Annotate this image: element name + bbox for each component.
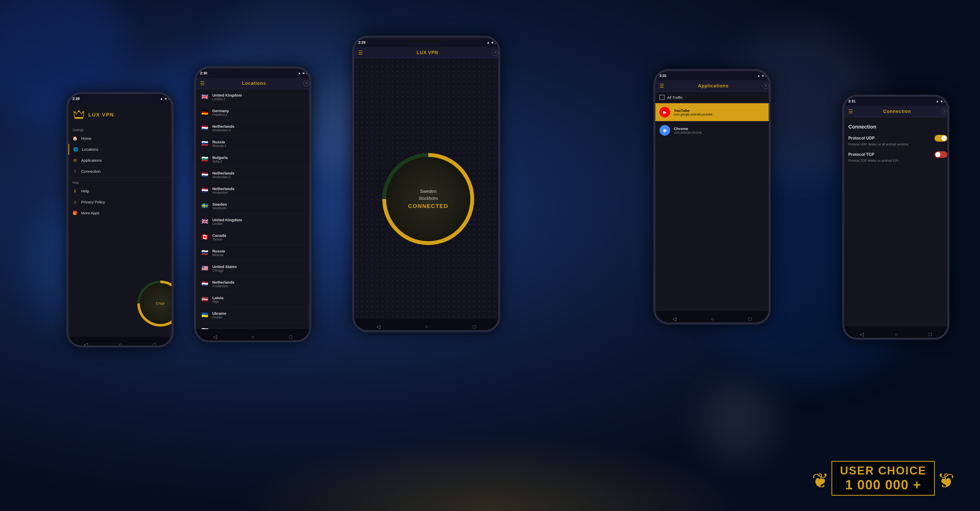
location-country: Netherlands bbox=[212, 187, 234, 191]
center-hamburger-icon[interactable]: ☰ bbox=[358, 50, 363, 56]
center-battery-icon: ▬ bbox=[495, 41, 498, 44]
location-info: Germany Frankfurt-2 bbox=[212, 109, 229, 117]
conn-status-bar: 2:31 ▲ ◈ ▬ bbox=[844, 97, 950, 106]
flag-circle: 🇷🇺 bbox=[200, 139, 209, 148]
laurel-right-icon: ❦ bbox=[937, 471, 955, 491]
menu-item-help[interactable]: ℹ Help bbox=[68, 185, 173, 196]
youtube-item[interactable]: ▶ YouTube com.google.android.youtube bbox=[655, 103, 771, 121]
flag-circle: 🇨🇦 bbox=[200, 233, 209, 242]
location-item[interactable]: 🇺🇦 Ukraine Kharkiv bbox=[196, 307, 311, 323]
apps-recents-icon[interactable]: □ bbox=[748, 316, 751, 322]
left-nav-bar: ◁ ○ □ bbox=[68, 337, 172, 348]
svg-rect-1 bbox=[75, 118, 83, 119]
center-home-icon[interactable]: ○ bbox=[425, 324, 428, 330]
notch bbox=[408, 40, 444, 42]
location-item[interactable]: 🇷🇺 Russia Moscow-2 bbox=[196, 136, 311, 152]
award-title: USER CHOICE bbox=[840, 464, 926, 477]
locations-header: ☰ Locations ? bbox=[196, 78, 311, 89]
apps-hamburger-icon[interactable]: ☰ bbox=[659, 83, 664, 89]
svg-point-3 bbox=[75, 112, 76, 113]
location-item[interactable]: 🇳🇱 Netherlands Amsterdam bbox=[196, 276, 311, 292]
menu-item-more-apps[interactable]: 🎁 More Apps bbox=[68, 208, 173, 219]
location-item[interactable]: 🇩🇪 Germany Frankfurt-2 bbox=[196, 105, 311, 120]
loc-recents-icon[interactable]: □ bbox=[289, 334, 292, 340]
all-traffic-checkbox[interactable] bbox=[659, 95, 665, 100]
menu-item-privacy[interactable]: ⚠ Privacy Policy bbox=[68, 196, 173, 208]
location-item[interactable]: 🇸🇪 Sweden Stockholm bbox=[196, 198, 311, 214]
location-item[interactable]: 🇬🇧 United Kingdom London-2 bbox=[196, 89, 311, 105]
chrome-item[interactable]: ◉ Chrome com.android.chrome bbox=[655, 121, 771, 139]
location-item[interactable]: 🇬🇧 United Kingdom London bbox=[196, 214, 311, 230]
apps-home-icon[interactable]: ○ bbox=[711, 316, 714, 322]
conn-hamburger-icon[interactable]: ☰ bbox=[848, 109, 853, 115]
menu-item-locations[interactable]: 🌐 Locations bbox=[68, 144, 173, 155]
location-country: Ukraine bbox=[212, 311, 226, 316]
recents-icon[interactable]: □ bbox=[153, 342, 156, 348]
flag-circle: 🇳🇱 bbox=[200, 279, 209, 289]
location-info: United States Chicago bbox=[212, 264, 237, 272]
locations-label: Locations bbox=[82, 147, 98, 152]
location-city: Sofia-2 bbox=[212, 160, 228, 163]
conn-help-icon[interactable]: ? bbox=[941, 109, 947, 115]
protocol-tcp-item: Protocol TCP Protocol TCP. Works on andr… bbox=[848, 151, 947, 163]
youtube-info: YouTube com.google.android.youtube bbox=[674, 109, 712, 116]
menu-item-home[interactable]: 🏠 Home bbox=[68, 133, 173, 144]
loc-status-icons: ▲ ◈ ▬ bbox=[298, 71, 309, 75]
protocol-tcp-toggle[interactable] bbox=[935, 151, 947, 158]
location-item[interactable]: 🇳🇱 Netherlands Amsterdam bbox=[196, 183, 311, 198]
conn-wifi-icon: ◈ bbox=[940, 99, 943, 103]
location-item[interactable]: 🇨🇦 Canada Toronto bbox=[196, 230, 311, 245]
phones-container: 2:28 ▲ ◈ ▬ bbox=[0, 0, 980, 511]
applications-label: Applications bbox=[81, 158, 102, 163]
location-item[interactable]: 🇧🇬 Bulgaria Sofia-2 bbox=[196, 152, 311, 167]
center-recents-icon[interactable]: □ bbox=[473, 324, 476, 330]
connected-screen: Sweden Stockholm CONNECTED bbox=[354, 59, 500, 319]
home-label: Home bbox=[81, 136, 91, 141]
applications-icon: ⚙ bbox=[73, 158, 78, 163]
locations-help-icon[interactable]: ? bbox=[303, 80, 309, 86]
location-country: United Kingdom bbox=[212, 93, 242, 97]
flag-circle: 🇳🇱 bbox=[200, 170, 209, 179]
apps-status-icons: ▲ ◈ ▬ bbox=[757, 74, 769, 77]
loc-battery-icon: ▬ bbox=[306, 71, 309, 75]
apps-help-icon[interactable]: ? bbox=[762, 83, 769, 89]
back-icon[interactable]: ◁ bbox=[84, 341, 88, 348]
menu-item-applications[interactable]: ⚙ Applications bbox=[68, 155, 173, 166]
location-item[interactable]: 🇳🇱 Netherlands Amsterdam-2 bbox=[196, 167, 311, 183]
loc-home-icon[interactable]: ○ bbox=[251, 334, 255, 340]
apps-back-icon[interactable]: ◁ bbox=[673, 316, 676, 322]
battery-icon: ▬ bbox=[169, 97, 172, 101]
location-item[interactable]: 🇺🇸 United States Chicago bbox=[196, 260, 311, 276]
left-app-name: LUX VPN bbox=[88, 112, 114, 118]
location-city: London bbox=[212, 222, 242, 225]
menu-divider bbox=[68, 177, 173, 178]
location-item[interactable]: 🇧🇬 Bulgaria bbox=[196, 323, 311, 329]
location-item[interactable]: 🇷🇺 Russia Moscow bbox=[196, 245, 311, 260]
location-country: Sweden bbox=[212, 202, 227, 206]
conn-screen: Connection Protocol UDP Protocol UDP. Wo… bbox=[844, 117, 950, 327]
settings-section-label: Settings bbox=[68, 126, 173, 133]
locations-hamburger-icon[interactable]: ☰ bbox=[200, 80, 205, 86]
home-nav-icon[interactable]: ○ bbox=[119, 342, 122, 348]
apps-header: ☰ Applications ? bbox=[655, 80, 771, 92]
protocol-udp-toggle[interactable] bbox=[935, 135, 947, 142]
location-item[interactable]: 🇳🇱 Netherlands Amsterdam-3 bbox=[196, 120, 311, 136]
location-city: Moscow-2 bbox=[212, 144, 226, 148]
conn-back-icon[interactable]: ◁ bbox=[860, 331, 864, 337]
flag-circle: 🇧🇬 bbox=[200, 155, 209, 164]
connection-label: Connection bbox=[81, 169, 100, 174]
center-back-icon[interactable]: ◁ bbox=[376, 323, 380, 330]
location-item[interactable]: 🇱🇻 Latvia Riga bbox=[196, 292, 311, 307]
flag-circle: 🇬🇧 bbox=[200, 217, 209, 226]
loc-back-icon[interactable]: ◁ bbox=[213, 334, 217, 340]
connected-circle-outer[interactable]: Sweden Stockholm CONNECTED bbox=[382, 153, 474, 245]
center-help-icon[interactable]: ? bbox=[492, 50, 498, 56]
help-section-label: Help bbox=[68, 179, 173, 185]
conn-recents-icon[interactable]: □ bbox=[929, 331, 932, 337]
protocol-udp-desc: Protocol UDP. Works on all android versi… bbox=[848, 142, 947, 146]
menu-item-connection[interactable]: ↕ Connection bbox=[68, 166, 173, 177]
apps-battery-icon: ▬ bbox=[765, 74, 769, 77]
location-info: United Kingdom London bbox=[212, 218, 242, 225]
loc-wifi-icon: ◈ bbox=[302, 71, 305, 75]
conn-home-icon[interactable]: ○ bbox=[894, 331, 897, 337]
